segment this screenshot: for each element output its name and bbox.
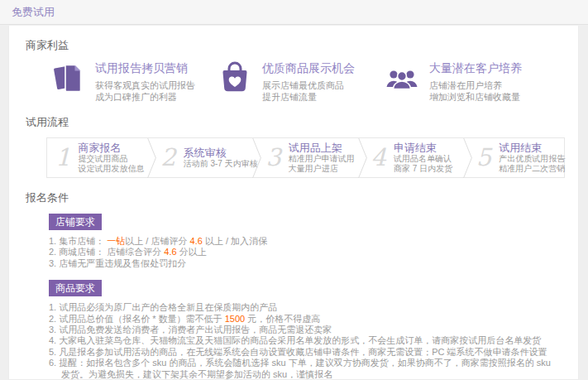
step-line: 产出优质试用报告 (499, 154, 565, 164)
benefit-line: 提升店铺流量 (262, 91, 355, 103)
benefit-line: 增加浏览和店铺收藏量 (429, 91, 522, 103)
step-number: 5 (476, 146, 491, 170)
step-line: 精准用户申请试用 (289, 154, 355, 164)
benefit-line: 获得客观真实的试用报告 (95, 79, 195, 91)
step-merchant-signup: 1 商家报名 提交试用商品 设定试用发放信息 (47, 138, 143, 177)
condition-item: 1. 集市店铺： 一钻以上 / 店铺评分 4.6 以上 / 加入消保 (49, 236, 562, 247)
step-application-end: 4 申请结束 试用品名单确认 商家 7 日内发货 (363, 138, 459, 177)
highlighted-value: 1500 (225, 314, 245, 324)
users-icon (383, 60, 421, 96)
step-line: 精准用户二次营销 (499, 164, 565, 174)
benefit-title: 试用报告拷贝营销 (95, 61, 195, 76)
shop-requirements-list: 1. 集市店铺： 一钻以上 / 店铺评分 4.6 以上 / 加入消保2. 商城店… (49, 236, 562, 269)
step-line: 设定试用发放信息 (78, 164, 144, 174)
benefit-title: 大量潜在客户培养 (429, 61, 522, 76)
condition-item: 3. 试用品免费发送给消费者，消费者产出试用报告，商品无需退还卖家 (49, 325, 562, 335)
benefit-customer-growth: 大量潜在客户培养 店铺潜在用户培养 增加浏览和店铺收藏量 (383, 60, 522, 103)
process-heading: 试用流程 (26, 115, 578, 130)
content-card: 商家利益 试用报告拷贝营销 获得客观真实的试用报告 成为口碑推广的利器 (8, 26, 579, 380)
copy-report-icon (49, 60, 87, 96)
step-number: 3 (265, 146, 280, 170)
benefits-row: 试用报告拷贝营销 获得客观真实的试用报告 成为口碑推广的利器 优质商品展示机会 … (49, 60, 578, 103)
condition-item: 3. 店铺无严重违规及售假处罚扣分 (49, 258, 562, 269)
benefits-heading: 商家利益 (26, 38, 578, 53)
page-title: 免费试用 (12, 5, 55, 20)
step-line: 活动前 3-7 天内审核 (184, 159, 258, 169)
step-number: 1 (55, 146, 70, 170)
benefit-text: 试用报告拷贝营销 获得客观真实的试用报告 成为口碑推广的利器 (95, 60, 195, 103)
benefit-line: 展示店铺最优质商品 (262, 79, 355, 91)
highlighted-value: 4.6 (190, 236, 203, 246)
step-title: 系统审核 (184, 147, 258, 159)
step-line: 试用品名单确认 (394, 154, 452, 164)
step-title: 申请结束 (394, 142, 452, 154)
condition-item: 1. 试用品必须为原厂出产的合格全新且在保质期内的产品 (49, 302, 562, 313)
condition-item: 5. 凡是报名参加试用活动的商品，在无线端系统会自动设置收藏店铺申请条件，商家无… (49, 347, 562, 358)
step-separator-chevron (459, 138, 468, 177)
step-line: 大量用户进店 (289, 164, 355, 174)
condition-item: 2. 试用品总价值（报名价 * 数量）需不低于 1500 元，价格不得虚高 (49, 314, 562, 325)
benefit-text: 优质商品展示机会 展示店铺最优质商品 提升店铺流量 (262, 60, 355, 103)
highlighted-value: 一钻 (107, 236, 125, 246)
benefit-line: 店铺潜在用户培养 (429, 79, 522, 91)
highlighted-value: 4.6 (164, 247, 176, 257)
benefit-line: 成为口碑推广的利器 (95, 91, 195, 103)
condition-item: 2. 商城店铺： 店铺综合评分 4.6 分以上 (49, 247, 562, 257)
benefit-product-display: 优质商品展示机会 展示店铺最优质商品 提升店铺流量 (216, 60, 383, 103)
step-separator-chevron (354, 138, 363, 177)
product-requirements-badge: 商品要求 (49, 280, 102, 296)
benefit-title: 优质商品展示机会 (262, 61, 355, 76)
page-header: 免费试用 (0, 0, 588, 25)
benefit-text: 大量潜在客户培养 店铺潜在用户培养 增加浏览和店铺收藏量 (429, 60, 522, 103)
conditions-heading: 报名条件 (26, 190, 578, 205)
condition-item: 4. 大家电入驻菜鸟仓库、天猫物流宝及天猫国际的商品会采用名单发放的形式，不会生… (49, 335, 562, 346)
step-trial-listing: 3 试用品上架 精准用户申请试用 大量用户进店 (257, 138, 353, 177)
product-requirements-list: 1. 试用品必须为原厂出产的合格全新且在保质期内的产品2. 试用品总价值（报名价… (49, 302, 562, 380)
step-number: 4 (371, 146, 386, 170)
benefit-copy-report: 试用报告拷贝营销 获得客观真实的试用报告 成为口碑推广的利器 (49, 60, 216, 103)
step-title: 商家报名 (78, 142, 144, 154)
step-separator-chevron (248, 138, 257, 177)
process-steps-bar: 1 商家报名 提交试用商品 设定试用发放信息 2 系统审核 活动前 3-7 天内… (46, 137, 565, 178)
step-number: 2 (160, 146, 175, 170)
step-system-review: 2 系统审核 活动前 3-7 天内审核 (152, 138, 248, 177)
step-title: 试用品上架 (289, 142, 355, 154)
step-separator-chevron (143, 138, 152, 177)
condition-item: 6. 提醒：如报名包含多个 sku 的商品，系统会随机选择 sku 下单，建议双… (49, 358, 562, 380)
shop-requirements-badge: 店铺要求 (49, 214, 102, 230)
step-title: 试用结束 (499, 142, 565, 154)
step-trial-end: 5 试用结束 产出优质试用报告 精准用户二次营销 (468, 138, 564, 177)
step-line: 商家 7 日内发货 (394, 164, 452, 174)
bag-heart-icon (216, 60, 254, 96)
step-line: 提交试用商品 (78, 154, 144, 164)
